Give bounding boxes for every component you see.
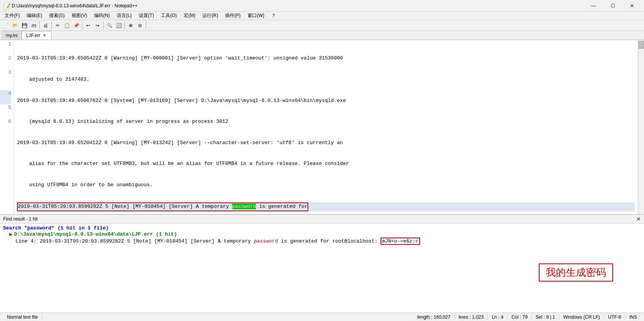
- window-controls: — ☐ ✕: [584, 0, 641, 12]
- scroll-thumb[interactable]: [639, 41, 644, 49]
- new-button[interactable]: 📄: [2, 21, 10, 30]
- minimize-button[interactable]: —: [584, 0, 602, 12]
- editor-line-1b: adjusted to 2147483.: [17, 76, 635, 83]
- find-result-panel: Find result - 1 hit ✕ Search "password" …: [0, 214, 644, 313]
- status-bar: Normal text file length : 160,027 lines …: [0, 313, 644, 321]
- ln4: 4: [0, 90, 11, 97]
- tab-ljferr[interactable]: LJF.err ✕: [22, 31, 51, 39]
- line-numbers: 1 2 3 4 5 6: [0, 40, 14, 214]
- find-result-title: Find result - 1 hit: [3, 216, 38, 222]
- undo-button[interactable]: ↩: [84, 21, 92, 30]
- find-result-suffix: is generated for root@localhost:: [278, 238, 381, 244]
- ln-blank2: [0, 62, 11, 69]
- ln1: 1: [0, 41, 11, 48]
- editor-line-3c: using UTF8MB4 in order to be unambiguous…: [17, 182, 635, 189]
- menu-item-e[interactable]: 编辑(E): [24, 12, 45, 20]
- find-panel-close[interactable]: ✕: [636, 216, 641, 222]
- status-insert: INS: [625, 314, 641, 320]
- tab-myini-label: my.ini: [6, 33, 17, 38]
- ln3: 3: [0, 69, 11, 76]
- find-button[interactable]: 🔍: [105, 21, 114, 30]
- menu-item-o[interactable]: 工具(O): [158, 12, 180, 20]
- find-search-label-line: Search "password" (1 hit in 1 file): [3, 225, 641, 231]
- scrollbar-vertical[interactable]: [638, 40, 644, 214]
- menu-item-r[interactable]: 运行(R): [199, 12, 221, 20]
- save-button[interactable]: 💾: [20, 21, 29, 30]
- zoom-in-button[interactable]: ⊕: [126, 21, 135, 30]
- ln-blank7: [0, 125, 11, 132]
- find-file-result-line[interactable]: ▶ D:\Java\mysql\mysql-8.0.13-winx64\data…: [3, 231, 641, 238]
- menu-item-l[interactable]: 语言(L): [114, 12, 135, 20]
- status-encoding: UTF-8: [604, 314, 625, 320]
- find-result-detail: Line 4: 2019-03-31T05:20:03.8599282Z 5 […: [3, 238, 641, 244]
- status-length: length : 160,027: [413, 314, 455, 320]
- title-text: D:\Java\mysql\mysql-8.0.13-winx64\data\L…: [12, 3, 584, 8]
- editor-line-1: 2019-03-31T05:19:49.6505422Z 0 [Warning]…: [17, 55, 635, 62]
- status-filetype: Normal text file: [3, 314, 42, 320]
- ln2: 2: [0, 55, 11, 62]
- toolbar: 📄 📂 💾 🗃 🖨 ✂ 📋 📌 ↩ ↪ 🔍 🔄 ⊕ ⊖: [0, 20, 644, 31]
- find-result-password: password: [254, 238, 278, 244]
- ln-blank4: [0, 83, 11, 90]
- find-result-boxed-password: mJN<o-=e6z:r: [381, 238, 420, 245]
- ln6: 6: [0, 118, 11, 125]
- menu-item-[interactable]: ？: [268, 12, 279, 20]
- ln-blank1: [0, 48, 11, 55]
- menu-item-m[interactable]: 宏(M): [181, 12, 198, 20]
- status-lines: lines : 1,023: [455, 314, 488, 320]
- find-result-prefix: Line 4: 2019-03-31T05:20:03.8599282Z 5 […: [15, 238, 254, 244]
- sep3: [82, 22, 82, 29]
- sep1: [39, 22, 40, 29]
- close-button[interactable]: ✕: [623, 0, 641, 12]
- find-file-path[interactable]: D:\Java\mysql\mysql-8.0.13-winx64\data\L…: [14, 231, 177, 237]
- status-col: Col : 79: [507, 314, 531, 320]
- app-icon: 📝: [3, 3, 9, 9]
- tab-myini[interactable]: my.ini: [2, 31, 22, 39]
- zoom-out-button[interactable]: ⊖: [136, 21, 144, 30]
- tab-ljferr-close[interactable]: ✕: [42, 33, 47, 38]
- ln5: 5: [0, 104, 11, 111]
- password-highlight: password: [232, 204, 256, 209]
- menu-item-p[interactable]: 插件(P): [222, 12, 244, 20]
- find-result-content: Search "password" (1 hit in 1 file) ▶ D:…: [0, 224, 644, 246]
- tab-ljferr-label: LJF.err: [26, 33, 40, 38]
- annotation-text: 我的生成密码: [546, 267, 606, 278]
- sep5: [125, 22, 125, 29]
- menu-item-t[interactable]: 设置(T): [136, 12, 157, 20]
- open-button[interactable]: 📂: [11, 21, 19, 30]
- editor-line-2: 2019-03-31T05:19:49.6506762Z 0 [System] …: [17, 97, 635, 104]
- menu-item-w[interactable]: 窗口(W): [244, 12, 267, 20]
- tab-bar: my.ini LJF.err ✕: [0, 31, 644, 40]
- editor-line-4: 2019-03-31T05:20:03.8599282Z 5 [Note] [M…: [17, 202, 635, 211]
- annotation-box: 我的生成密码: [539, 263, 613, 282]
- save-all-button[interactable]: 🗃: [29, 21, 38, 30]
- cut-button[interactable]: ✂: [53, 21, 62, 30]
- editor-line-3b: alias for the character set UTF8MB3, but…: [17, 160, 635, 167]
- ln-blank5: [0, 97, 11, 104]
- menu-bar: 文件(F)编辑(E)搜索(S)视图(V)编码(N)语言(L)设置(T)工具(O)…: [0, 12, 644, 20]
- find-search-label: Search "password" (1 hit in 1 file): [3, 225, 109, 231]
- sep4: [103, 22, 104, 29]
- title-bar: 📝 D:\Java\mysql\mysql-8.0.13-winx64\data…: [0, 0, 644, 12]
- menu-item-n[interactable]: 编码(N): [91, 12, 113, 20]
- status-line-ending: Windows (CR LF): [559, 314, 604, 320]
- menu-item-f[interactable]: 文件(F): [2, 12, 23, 20]
- menu-item-s[interactable]: 搜索(S): [46, 12, 68, 20]
- copy-button[interactable]: 📋: [63, 21, 71, 30]
- status-sel: Sel : 8 | 1: [532, 314, 559, 320]
- find-expand-icon: ▶: [9, 231, 12, 238]
- print-button[interactable]: 🖨: [41, 21, 50, 30]
- sep6: [146, 22, 146, 29]
- status-ln: Ln : 4: [488, 314, 507, 320]
- ln-blank3: [0, 76, 11, 83]
- find-result-header: Find result - 1 hit ✕: [0, 215, 644, 224]
- replace-button[interactable]: 🔄: [114, 21, 123, 30]
- redo-button[interactable]: ↪: [93, 21, 102, 30]
- editor-content[interactable]: 2019-03-31T05:19:49.6505422Z 0 [Warning]…: [14, 40, 638, 214]
- editor-line-3: 2019-03-31T05:19:49.6520412Z 0 [Warning]…: [17, 139, 635, 146]
- menu-item-v[interactable]: 视图(V): [68, 12, 90, 20]
- ln-blank6: [0, 111, 11, 118]
- paste-button[interactable]: 📌: [72, 21, 80, 30]
- maximize-button[interactable]: ☐: [604, 0, 622, 12]
- editor-container: 1 2 3 4 5 6 2019-03-31T05:19:49.6505422Z…: [0, 40, 644, 214]
